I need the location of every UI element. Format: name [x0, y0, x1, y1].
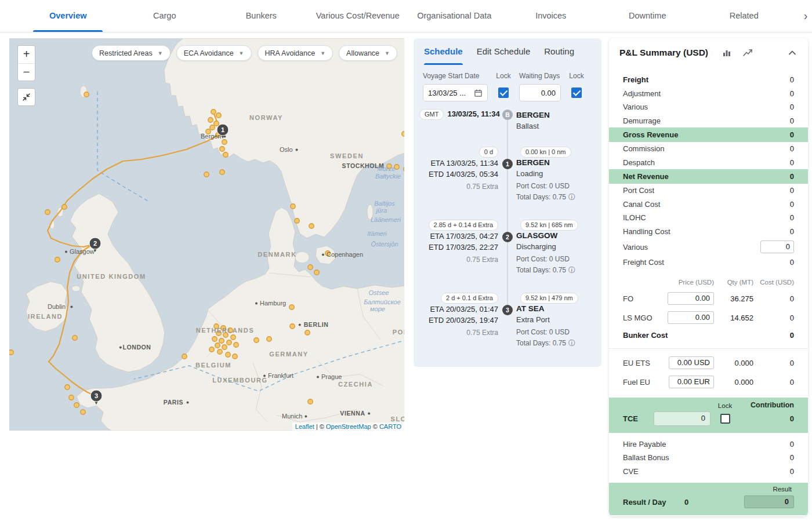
tab-overview[interactable]: Overview: [20, 0, 117, 32]
eu-ets-label: EU ETS: [623, 359, 668, 367]
port-dot[interactable]: [72, 336, 77, 340]
tab-organisational-data[interactable]: Organisational Data: [406, 0, 503, 32]
city-dot: [255, 303, 258, 305]
port-dot[interactable]: [214, 121, 219, 126]
tab-related[interactable]: Related: [696, 0, 793, 32]
port-dot[interactable]: [226, 352, 230, 357]
port-dot[interactable]: [223, 152, 228, 157]
port-dot[interactable]: [84, 92, 89, 97]
fit-bounds-button[interactable]: [17, 88, 35, 106]
map-label-frankfurt: Frankfurt: [268, 372, 293, 379]
port-dot[interactable]: [308, 399, 313, 404]
various-cost-input[interactable]: 0: [760, 241, 794, 253]
info-icon[interactable]: ⓘ: [568, 339, 575, 347]
port-dot[interactable]: [204, 172, 209, 177]
pnl-row-various: Various0: [609, 238, 808, 256]
eu-ets-input[interactable]: 0.00 USD: [669, 356, 714, 369]
port-dot[interactable]: [222, 140, 227, 144]
map-label-polan: POLAN: [393, 329, 404, 336]
port-dot[interactable]: [208, 118, 213, 122]
port-dot[interactable]: [220, 147, 224, 151]
tce-lock-checkbox[interactable]: [720, 414, 730, 424]
chevron-down-icon: ▼: [239, 50, 244, 56]
tab-invoices[interactable]: Invoices: [503, 0, 600, 32]
port-dot[interactable]: [74, 403, 79, 407]
port-dot[interactable]: [314, 270, 319, 275]
pnl-row-label: Various: [623, 243, 760, 252]
port-dot[interactable]: [234, 343, 238, 347]
carto-link[interactable]: CARTO: [379, 423, 401, 430]
map-label-ireland: IRELAND: [28, 313, 63, 320]
map-label-germany: GERMANY: [269, 351, 308, 358]
fo-price-input[interactable]: 0.00: [668, 292, 714, 305]
port-dot[interactable]: [254, 338, 259, 343]
map-label-munich: Munich: [282, 413, 302, 420]
pnl-row-value: 0: [790, 258, 794, 267]
port-dot[interactable]: [69, 395, 74, 400]
timeline-marker-3: 3: [502, 305, 513, 315]
port-dot[interactable]: [215, 343, 220, 348]
port-dot[interactable]: [217, 349, 222, 354]
port-dot[interactable]: [290, 324, 295, 329]
port-dot[interactable]: [402, 132, 404, 136]
pnl-row-value: 0: [790, 227, 794, 236]
port-dot[interactable]: [308, 265, 313, 269]
port-dot[interactable]: [45, 210, 50, 214]
zoom-in-button[interactable]: +: [18, 46, 35, 63]
openstreetmap-link[interactable]: OpenStreetMap: [326, 423, 371, 430]
port-dot[interactable]: [267, 337, 271, 341]
leaflet-link[interactable]: Leaflet: [295, 423, 314, 430]
filter-restricted-areas[interactable]: Restricted Areas▼: [92, 45, 171, 61]
port-dot[interactable]: [309, 224, 314, 228]
tab-cargo[interactable]: Cargo: [117, 0, 213, 32]
port-dot[interactable]: [209, 347, 214, 352]
line-chart-icon[interactable]: [743, 48, 753, 57]
port-dot[interactable]: [9, 350, 13, 355]
leg-duration-badge: 0 d: [419, 146, 498, 158]
port-dot[interactable]: [212, 337, 217, 341]
port-dot[interactable]: [55, 257, 60, 262]
port-dot[interactable]: [291, 204, 295, 209]
nav-overflow-chevron-icon[interactable]: ›: [800, 0, 811, 32]
port-dot[interactable]: [81, 410, 85, 414]
cost-column-header: Cost (USD): [753, 279, 794, 286]
filter-allowance[interactable]: Allowance▼: [339, 45, 397, 61]
port-dot[interactable]: [210, 125, 215, 130]
map-label-copenhagen: Copenhagen: [327, 251, 363, 258]
zoom-out-button[interactable]: −: [18, 63, 35, 81]
map-label-it-meri: Itämeri: [367, 230, 387, 237]
tab-bunkers[interactable]: Bunkers: [213, 0, 310, 32]
tab-downtime[interactable]: Downtime: [599, 0, 696, 32]
fuel-eu-input[interactable]: 0.00 EUR: [669, 376, 714, 388]
port-dot[interactable]: [211, 110, 216, 114]
info-icon[interactable]: ⓘ: [568, 266, 575, 274]
voyage-map[interactable]: NORWAYSWEDENDENMARKUNITED KINGDOMIRELAND…: [9, 38, 404, 431]
port-dot[interactable]: [219, 338, 224, 343]
result-per-day-label: Result / Day: [623, 498, 684, 507]
port-dot[interactable]: [231, 335, 235, 340]
tce-input[interactable]: 0: [654, 411, 710, 426]
collapse-chevron-icon[interactable]: [788, 50, 796, 56]
lsmgo-price-input[interactable]: 0.00: [668, 311, 714, 324]
info-icon[interactable]: ⓘ: [568, 193, 575, 201]
city-dot: [296, 149, 298, 151]
result-input[interactable]: 0: [744, 496, 794, 508]
filter-eca-avoidance[interactable]: ECA Avoidance▼: [176, 45, 252, 61]
port-dot[interactable]: [62, 205, 67, 209]
port-dot[interactable]: [65, 385, 70, 389]
pnl-row-ilohc: ILOHC0: [609, 211, 808, 225]
filter-hra-avoidance[interactable]: HRA Avoidance▼: [258, 45, 334, 61]
port-dot[interactable]: [222, 345, 227, 349]
leg-eta: ETA 17/03/25, 04:27: [419, 232, 498, 241]
bar-chart-icon[interactable]: [722, 48, 731, 57]
port-dot[interactable]: [182, 354, 187, 359]
port-dot[interactable]: [233, 354, 237, 359]
port-dot[interactable]: [305, 330, 310, 335]
port-dot[interactable]: [289, 305, 294, 309]
port-dot[interactable]: [227, 340, 231, 345]
fo-cost: 0: [753, 294, 794, 303]
tab-various-cost-revenue[interactable]: Various Cost/Revenue: [310, 0, 407, 32]
port-dot[interactable]: [216, 113, 221, 118]
port-dot[interactable]: [220, 170, 224, 174]
port-dot[interactable]: [295, 218, 299, 223]
